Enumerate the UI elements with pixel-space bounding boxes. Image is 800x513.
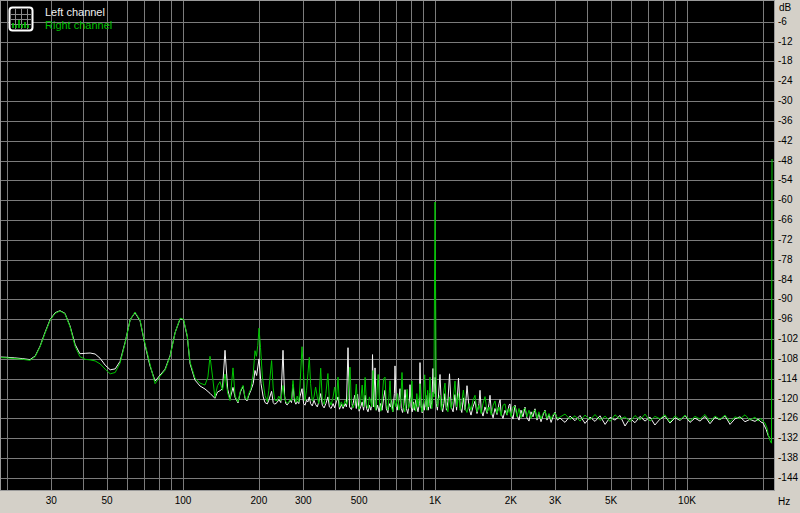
x-tick-label: 100 xyxy=(175,495,192,506)
y-tick-label: -96 xyxy=(778,313,792,324)
spectrum-icon xyxy=(8,6,34,32)
legend-left-channel: Left channel xyxy=(45,6,112,19)
y-tick-label: -18 xyxy=(778,55,792,66)
y-tick-label: -132 xyxy=(778,432,798,443)
spectrum-chart xyxy=(0,0,775,491)
y-tick-label: -42 xyxy=(778,135,792,146)
legend-right-channel: Right channel xyxy=(45,19,112,32)
x-tick-label: 5K xyxy=(605,495,617,506)
y-tick-label: -120 xyxy=(778,393,798,404)
y-tick-label: -144 xyxy=(778,472,798,483)
x-tick-label: 1K xyxy=(429,495,441,506)
y-tick-label: -24 xyxy=(778,75,792,86)
y-tick-label: -30 xyxy=(778,95,792,106)
spectrum-analyzer-window: Left channel Right channel dB Hz -6-12-1… xyxy=(0,0,800,513)
y-tick-label: -108 xyxy=(778,353,798,364)
x-tick-label: 10K xyxy=(678,495,696,506)
x-tick-label: 50 xyxy=(102,495,113,506)
x-tick-label: 500 xyxy=(351,495,368,506)
y-tick-label: -6 xyxy=(778,16,787,27)
legend: Left channel Right channel xyxy=(8,6,112,32)
y-tick-label: -60 xyxy=(778,194,792,205)
x-axis-unit: Hz xyxy=(778,496,790,507)
y-tick-label: -102 xyxy=(778,333,798,344)
y-tick-label: -72 xyxy=(778,234,792,245)
x-tick-label: 2K xyxy=(505,495,517,506)
y-tick-label: -66 xyxy=(778,214,792,225)
y-tick-label: -48 xyxy=(778,155,792,166)
y-tick-label: -78 xyxy=(778,254,792,265)
y-axis-unit: dB xyxy=(779,2,791,13)
y-tick-label: -84 xyxy=(778,274,792,285)
spectrum-plot-area xyxy=(0,0,775,491)
y-tick-label: -36 xyxy=(778,115,792,126)
y-tick-label: -54 xyxy=(778,174,792,185)
x-tick-label: 30 xyxy=(46,495,57,506)
y-tick-label: -90 xyxy=(778,293,792,304)
trace-right-channel xyxy=(0,159,772,443)
y-tick-label: -126 xyxy=(778,412,798,423)
x-tick-label: 300 xyxy=(295,495,312,506)
y-tick-label: -114 xyxy=(778,373,797,384)
y-tick-label: -138 xyxy=(778,452,798,463)
x-tick-label: 3K xyxy=(549,495,561,506)
x-tick-label: 200 xyxy=(251,495,268,506)
y-tick-label: -12 xyxy=(778,36,792,47)
